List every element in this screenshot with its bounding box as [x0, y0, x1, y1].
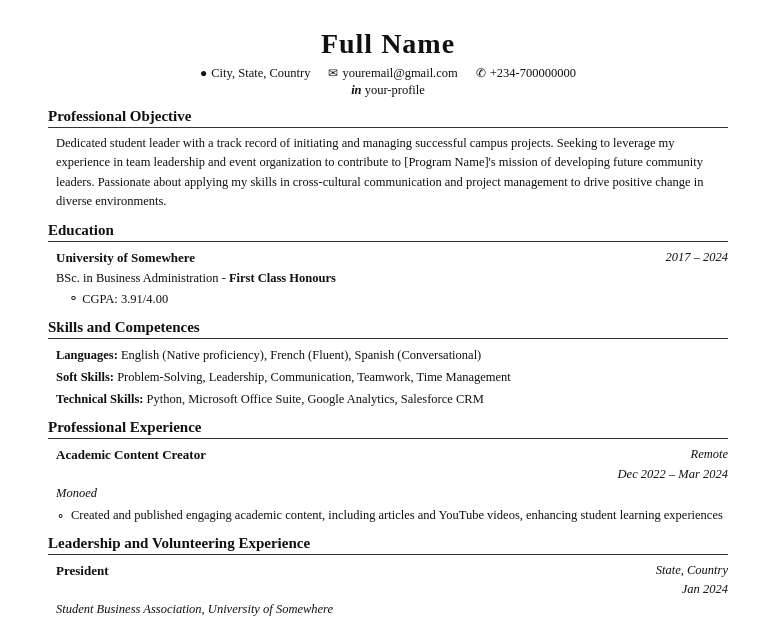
vol-title-org: President: [56, 561, 108, 581]
leadership-body: President State, Country Jan 2024 Studen…: [48, 561, 728, 619]
languages-label: Languages:: [56, 348, 118, 362]
phone-text: +234-700000000: [490, 66, 576, 81]
vol-location-dates: State, Country Jan 2024: [656, 561, 728, 600]
education-entry: University of Somewhere 2017 – 2024: [56, 248, 728, 268]
phone-contact: ✆ +234-700000000: [476, 66, 576, 81]
full-name: Full Name: [48, 28, 728, 60]
professional-experience-body: Academic Content Creator Remote Dec 2022…: [48, 445, 728, 525]
technical-skills-label: Technical Skills:: [56, 392, 143, 406]
exp-location: Remote: [618, 445, 728, 464]
soft-skills-label: Soft Skills:: [56, 370, 114, 384]
location-text: City, State, Country: [211, 66, 310, 81]
professional-objective-body: Dedicated student leader with a track re…: [48, 134, 728, 212]
exp-bullet-text-1: Created and published engaging academic …: [71, 506, 723, 525]
technical-skills-value: Python, Microsoft Office Suite, Google A…: [147, 392, 484, 406]
edu-cgpa: ⚬ CGPA: 3.91/4.00: [56, 290, 728, 309]
phone-icon: ✆: [476, 66, 486, 81]
email-text: youremail@gmail.com: [342, 66, 457, 81]
cgpa-value: CGPA: 3.91/4.00: [82, 292, 168, 306]
exp-location-dates: Remote Dec 2022 – Mar 2024: [618, 445, 728, 484]
languages-row: Languages: English (Native proficiency),…: [56, 345, 728, 365]
cgpa-bullet: ⚬: [68, 292, 82, 306]
email-contact: ✉ youremail@gmail.com: [328, 66, 457, 81]
exp-title-company: Academic Content Creator: [56, 445, 206, 465]
leadership-section: Leadership and Volunteering Experience P…: [48, 535, 728, 619]
vol-org: Student Business Association, University…: [56, 600, 728, 619]
linkedin-icon-text: in: [351, 83, 361, 97]
education-section: Education University of Somewhere 2017 –…: [48, 222, 728, 310]
resume-header: Full Name ● City, State, Country ✉ youre…: [48, 28, 728, 98]
contact-line: ● City, State, Country ✉ youremail@gmail…: [48, 66, 728, 81]
soft-skills-value: Problem-Solving, Leadership, Communicati…: [117, 370, 511, 384]
professional-objective-title: Professional Objective: [48, 108, 728, 128]
exp-job-title: Academic Content Creator: [56, 447, 206, 462]
linkedin-line: in your-profile: [48, 83, 728, 98]
location-contact: ● City, State, Country: [200, 66, 310, 81]
education-body: University of Somewhere 2017 – 2024 BSc.…: [48, 248, 728, 310]
email-icon: ✉: [328, 66, 338, 81]
leadership-title: Leadership and Volunteering Experience: [48, 535, 728, 555]
edu-school-name: University of Somewhere: [56, 248, 195, 268]
skills-body: Languages: English (Native proficiency),…: [48, 345, 728, 409]
skills-title: Skills and Competences: [48, 319, 728, 339]
edu-honours: First Class Honours: [229, 271, 336, 285]
exp-bullet-1: ⚬ Created and published engaging academi…: [56, 506, 728, 525]
linkedin-profile: your-profile: [365, 83, 425, 97]
soft-skills-row: Soft Skills: Problem-Solving, Leadership…: [56, 367, 728, 387]
edu-degree-prefix: BSc. in Business Administration -: [56, 271, 229, 285]
edu-dates: 2017 – 2024: [666, 248, 729, 267]
professional-objective-text: Dedicated student leader with a track re…: [56, 136, 703, 208]
vol-job-title: President: [56, 563, 108, 578]
exp-dates: Dec 2022 – Mar 2024: [618, 465, 728, 484]
professional-experience-title: Professional Experience: [48, 419, 728, 439]
professional-objective-section: Professional Objective Dedicated student…: [48, 108, 728, 212]
skills-section: Skills and Competences Languages: Englis…: [48, 319, 728, 409]
professional-experience-section: Professional Experience Academic Content…: [48, 419, 728, 525]
technical-skills-row: Technical Skills: Python, Microsoft Offi…: [56, 389, 728, 409]
vol-dates: Jan 2024: [656, 580, 728, 599]
vol-entry-header: President State, Country Jan 2024: [56, 561, 728, 600]
languages-value: English (Native proficiency), French (Fl…: [121, 348, 481, 362]
exp-entry-header: Academic Content Creator Remote Dec 2022…: [56, 445, 728, 484]
vol-location: State, Country: [656, 561, 728, 580]
edu-degree: BSc. in Business Administration - First …: [56, 269, 728, 288]
bullet-circle-icon: ⚬: [56, 508, 65, 525]
exp-company: Monoed: [56, 484, 728, 503]
location-icon: ●: [200, 66, 207, 81]
education-title: Education: [48, 222, 728, 242]
